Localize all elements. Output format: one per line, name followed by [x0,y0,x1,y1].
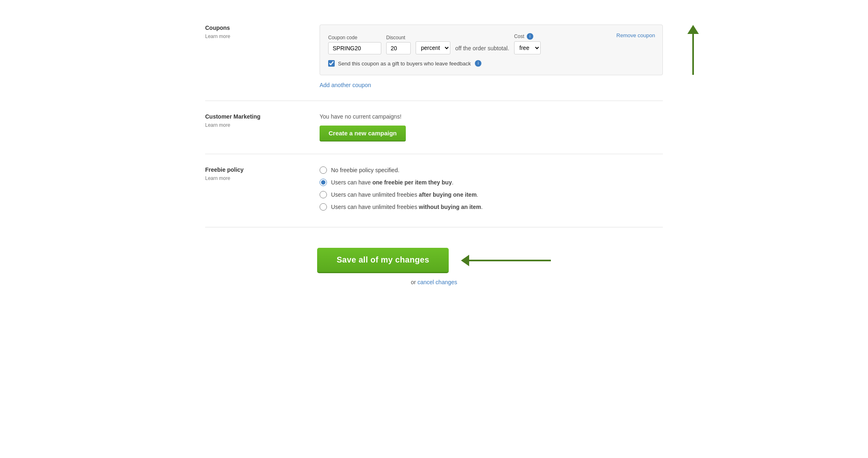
coupons-section: Coupons Learn more Remove coupon Coupon … [205,12,663,101]
coupon-code-group: Coupon code [328,35,381,54]
customer-marketing-title: Customer Marketing [205,113,303,120]
discount-type-select[interactable]: percent fixed [416,41,450,54]
freebie-option-unlimited-without-label: Users can have unlimited freebies withou… [331,204,483,210]
save-section: Save all of my changes or cancel changes [205,231,663,298]
coupon-code-input[interactable] [328,42,381,54]
page-wrapper: Coupons Learn more Remove coupon Coupon … [189,0,679,310]
freebie-policy-label-area: Freebie policy Learn more [205,166,320,211]
freebie-radio-unlimited-without[interactable] [320,203,327,211]
cancel-link[interactable]: cancel changes [418,279,457,285]
cost-group: Cost i free paid [514,33,541,54]
coupon-box: Remove coupon Coupon code Discount type [320,25,663,75]
freebie-option-unlimited-without[interactable]: Users can have unlimited freebies withou… [320,203,663,211]
arrow-head-up [687,25,699,34]
cost-info-icon[interactable]: i [527,33,533,40]
freebie-option-none-label: No freebie policy specified. [331,167,399,173]
gift-checkbox[interactable] [328,60,335,67]
freebie-radio-none[interactable] [320,166,327,174]
gift-info-icon[interactable]: i [475,60,481,67]
cancel-prefix: or [411,279,417,285]
section-divider [205,227,663,227]
coupons-content: Remove coupon Coupon code Discount type [320,25,663,88]
freebie-option-unlimited-after-label: Users can have unlimited freebies after … [331,191,478,198]
coupons-learn-more[interactable]: Learn more [205,34,230,39]
freebie-policy-learn-more[interactable]: Learn more [205,175,230,181]
customer-marketing-learn-more[interactable]: Learn more [205,122,230,128]
create-campaign-button[interactable]: Create a new campaign [320,126,406,141]
save-row: Save all of my changes [317,248,551,273]
up-arrow-annotation [683,25,703,75]
arrow-head-left [461,255,469,266]
freebie-policy-section: Freebie policy Learn more No freebie pol… [205,154,663,223]
cost-label-row: Cost i [514,33,541,40]
arrow-line-horizontal [469,260,551,261]
remove-coupon-link[interactable]: Remove coupon [616,32,655,38]
freebie-radio-unlimited-after[interactable] [320,191,327,198]
discount-type-group: type percent fixed [416,34,450,54]
customer-marketing-content: You have no current campaigns! Create a … [320,113,663,141]
discount-label: Discount [386,35,411,40]
save-button[interactable]: Save all of my changes [317,248,449,273]
cost-select[interactable]: free paid [514,41,541,54]
cost-label-text: Cost [514,34,524,39]
freebie-radio-one-per-item[interactable] [320,179,327,186]
coupon-code-label: Coupon code [328,35,381,40]
coupons-label-area: Coupons Learn more [205,25,320,88]
discount-value-input[interactable] [386,42,411,54]
coupon-fields-row: Coupon code Discount type percent fixed [328,33,654,54]
left-arrow-annotation [461,255,551,266]
freebie-option-unlimited-after[interactable]: Users can have unlimited freebies after … [320,191,663,198]
coupons-title: Coupons [205,25,303,31]
freebie-policy-content: No freebie policy specified. Users can h… [320,166,663,211]
gift-checkbox-row: Send this coupon as a gift to buyers who… [328,60,654,67]
freebie-policy-title: Freebie policy [205,166,303,173]
freebie-option-none[interactable]: No freebie policy specified. [320,166,663,174]
add-coupon-link[interactable]: Add another coupon [320,82,371,88]
freebie-radio-group: No freebie policy specified. Users can h… [320,166,663,211]
cancel-link-row: or cancel changes [411,279,457,285]
no-campaigns-text: You have no current campaigns! [320,113,663,120]
freebie-option-one-per-item[interactable]: Users can have one freebie per item they… [320,179,663,186]
customer-marketing-section: Customer Marketing Learn more You have n… [205,101,663,154]
gift-checkbox-label: Send this coupon as a gift to buyers who… [338,61,471,67]
discount-group: Discount [386,35,411,54]
customer-marketing-label-area: Customer Marketing Learn more [205,113,320,141]
arrow-line-vertical [692,34,694,75]
freebie-option-one-per-item-label: Users can have one freebie per item they… [331,179,454,186]
off-text: off the order subtotal. [455,45,509,54]
